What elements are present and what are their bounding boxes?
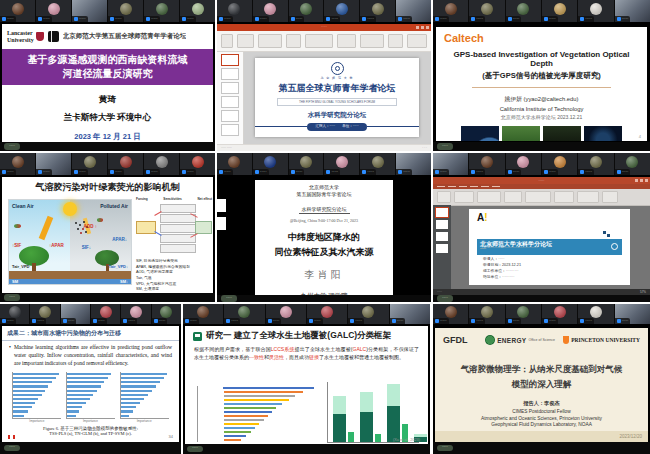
participant-video-active[interactable]: ····· [615,0,650,22]
participant-tile[interactable]: ····· [324,0,359,22]
participant-video-active[interactable]: ····· [390,304,430,324]
participant-tile[interactable]: ····· [324,153,359,175]
participant-tile[interactable]: ····· [542,304,577,324]
slide-thumb-5[interactable] [221,110,239,122]
participant-tile[interactable]: ····· [183,304,223,324]
participant-tile[interactable]: ····· [433,0,468,22]
participant-tile[interactable]: ····· [144,0,179,22]
slide-aerosol: 气溶胶污染对叶绿素荧光的影响机制 Clean Air Polluted Air … [2,177,213,293]
importance-bar [13,381,52,383]
participant-tile[interactable]: ····· [615,153,650,175]
footer-banner: 汇报人：····· 单位：····· [255,123,419,132]
footer-banner-text: 汇报人：····· 单位：····· [307,123,366,132]
mic-icon [544,170,548,174]
window-controls[interactable] [416,26,429,29]
clean-vs-polluted-illustration: Clean Air Polluted Air ↑SIF ↑APAR AOD ↑ … [8,199,132,285]
org-line1: 北京师范大学 [255,184,393,190]
participant-tile[interactable]: ····· [360,153,395,175]
participant-tile[interactable]: ····· [542,0,577,22]
participant-tile[interactable]: ····· [152,304,181,324]
slide-thumb-3[interactable] [221,82,239,94]
participant-name: ····· [7,17,14,21]
participant-tile[interactable]: ····· [469,0,504,22]
bird-left-icon [14,224,21,228]
participant-video-active[interactable]: ····· [36,153,71,175]
ppt-statusbar[interactable]: ····· ····· · · · [217,144,431,151]
ppt-titlebar[interactable]: ····· [433,177,650,184]
slide-thumb-4[interactable] [436,244,448,253]
participant-tile[interactable]: ····· [144,153,179,175]
participant-tile[interactable]: ····· [217,153,252,175]
participant-video-active[interactable]: ····· [61,304,90,324]
participant-strip: ······························ [217,153,431,175]
statusbar-zoom[interactable]: 57% [640,290,646,294]
slide-thumb-2[interactable] [436,220,448,229]
slide-gfdl: GFDL ··· ····· ENERGY Office of Science … [435,328,648,442]
participant-video-active[interactable]: ····· [72,0,107,22]
banner-circle-icon [611,243,618,250]
participant-tile[interactable]: ····· [0,0,35,22]
ppt-titlebar[interactable]: ····· [217,24,431,31]
sif-up-label: ↑SIF [12,243,21,248]
statusbar-zoom[interactable]: · · · [422,146,427,150]
participant-tile[interactable]: ····· [578,304,613,324]
slide-thumb-2[interactable] [221,68,239,80]
participant-tile[interactable]: ····· [72,153,107,175]
mic-icon [2,17,6,21]
participant-tile[interactable]: ····· [266,304,306,324]
session-name: 水科学研究院分论坛 [255,111,419,120]
slide-thumb-3[interactable] [436,232,448,241]
participant-tile[interactable]: ····· [180,0,215,22]
participant-tile[interactable]: ····· [506,153,541,175]
participant-nameplate: ····· [324,169,340,175]
participant-tile[interactable]: ····· [253,0,288,22]
slide-thumb-1[interactable] [221,54,239,66]
participant-tile[interactable]: ····· [469,304,504,324]
participant-video-active[interactable]: ····· [396,0,431,22]
participant-tile[interactable]: ····· [433,304,468,324]
participant-tile[interactable]: ····· [180,153,215,175]
participant-tile[interactable]: ····· [542,153,577,175]
participant-nameplate: ····· [180,169,196,175]
slide-thumb-4[interactable] [221,96,239,108]
participant-tile[interactable]: ····· [578,0,613,22]
participant-tile[interactable]: ····· [217,0,252,22]
participant-tile[interactable]: ····· [289,153,324,175]
meeting-window-lancaster: ······························ Lancaster… [0,0,215,151]
participant-tile[interactable]: ····· [289,0,324,22]
slide-thumb-1[interactable] [436,208,448,217]
participant-tile[interactable]: ····· [0,304,29,324]
participant-tile[interactable]: ····· [0,153,35,175]
participant-tile[interactable]: ····· [108,0,143,22]
participant-tile[interactable]: ····· [224,304,264,324]
participant-video-active[interactable]: ····· [433,153,468,175]
ppt-ribbon[interactable] [433,189,650,206]
participant-tile[interactable]: ····· [121,304,150,324]
participant-tile[interactable]: ····· [506,0,541,22]
ppt-thumbnail-panel[interactable] [433,205,451,289]
participant-tile[interactable]: ····· [578,153,613,175]
participant-tile[interactable]: ····· [108,153,143,175]
lancaster-logo: Lancaster University [7,30,44,43]
ppt-ribbon[interactable] [217,31,431,52]
participant-tile[interactable]: ····· [360,0,395,22]
mic-icon [398,17,402,21]
participant-tile[interactable]: ····· [253,153,288,175]
slide-thumb-6[interactable] [221,124,239,136]
mic-icon [182,170,186,174]
slide-subtitle: THE FIFTH BNU GLOBAL YOUNG SCHOLARS FORU… [277,98,397,106]
participant-tile[interactable]: ····· [469,153,504,175]
participant-video-active[interactable]: ····· [615,304,650,324]
earth-image [461,126,499,141]
participant-video-active[interactable]: ····· [396,153,431,175]
ppt-thumbnail-panel[interactable] [217,52,244,145]
participant-tile[interactable]: ····· [307,304,347,324]
participant-tile[interactable]: ····· [36,0,71,22]
participant-strip: ······························ [433,153,650,175]
forcing-sensitivity-diagram: ForcingSensitivitiesNet effect [136,197,212,255]
participant-tile[interactable]: ····· [30,304,59,324]
participant-tile[interactable]: ····· [91,304,120,324]
participant-tile[interactable]: ····· [506,304,541,324]
participant-tile[interactable]: ····· [348,304,388,324]
window-controls[interactable] [635,179,648,182]
